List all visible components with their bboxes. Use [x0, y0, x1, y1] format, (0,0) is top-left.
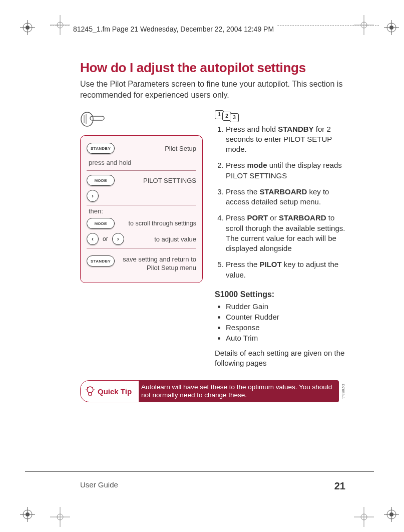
panel-label: press and hold: [89, 159, 131, 166]
starboard-arrow-icon: ›: [87, 190, 99, 202]
settings-note: Details of each setting are given on the…: [215, 348, 345, 369]
panel-label: save setting and return to Pilot Setup m…: [119, 255, 196, 273]
crop-corner-icon: [50, 507, 70, 527]
standby-button-icon: STANDBY: [87, 255, 115, 267]
step-item: Press PORT or STARBOARD to scroll thorug…: [226, 213, 345, 253]
settings-heading: S1000 Settings:: [215, 290, 345, 299]
standby-button-icon: STANDBY: [87, 143, 115, 154]
panel-label: PILOT SETTINGS: [143, 177, 196, 184]
lightbulb-icon: [86, 386, 95, 397]
list-item: Response: [226, 322, 345, 333]
list-item: Rudder Gain: [226, 301, 345, 312]
intro-text: Use the Pilot Parameters screen to fine …: [80, 79, 345, 100]
running-header: 81245_1.fm Page 21 Wednesday, December 2…: [70, 24, 277, 34]
crop-mark-icon: [20, 507, 35, 522]
panel-label: or: [103, 235, 108, 242]
crop-corner-icon: [354, 507, 374, 527]
step-item: Press mode until the display reads PILOT…: [226, 160, 345, 181]
list-item: Counter Rudder: [226, 312, 345, 322]
page-footer: User Guide 21: [80, 480, 345, 492]
step-item: Press and hold STANDBY for 2 seconds to …: [226, 124, 345, 155]
port-arrow-icon: ‹: [87, 233, 99, 245]
footer-left: User Guide: [80, 480, 118, 492]
svg-rect-33: [89, 393, 92, 395]
quick-tip-label: Quick Tip: [80, 380, 139, 402]
panel-label: Pilot Setup: [165, 145, 196, 152]
svg-point-32: [87, 387, 93, 393]
steps-list: Press and hold STANDBY for 2 seconds to …: [215, 124, 345, 280]
step-num: 3: [230, 113, 239, 122]
pointing-hand-icon: [80, 109, 203, 131]
starboard-arrow-icon: ›: [112, 233, 124, 245]
diagram-code: D7653-1: [339, 384, 345, 399]
footer-rule: [25, 471, 374, 472]
crop-mark-icon: [384, 20, 399, 35]
mode-button-icon: MODE: [87, 175, 115, 186]
svg-point-28: [81, 112, 93, 126]
step-item: Press the PILOT key to adjust the value.: [226, 259, 345, 280]
panel-label: to adjust value: [154, 235, 196, 243]
svg-line-35: [93, 387, 94, 388]
page-number: 21: [334, 480, 345, 492]
mode-button-icon: MODE: [87, 218, 115, 229]
settings-list: Rudder Gain Counter Rudder Response Auto…: [215, 301, 345, 343]
quick-tip-text: Quick Tip: [98, 387, 132, 396]
page-title: How do I adjust the autopilot settings: [80, 60, 345, 76]
quick-tip: Quick Tip Autolearn will have set these …: [80, 380, 345, 402]
crop-mark-icon: [384, 507, 399, 522]
steps-badge-icon: 1 2 3: [215, 110, 237, 119]
panel-label: then:: [89, 207, 196, 215]
svg-line-34: [87, 387, 88, 388]
svg-rect-29: [90, 116, 104, 120]
instruction-panel: STANDBY Pilot Setup press and hold MODE …: [80, 135, 203, 283]
quick-tip-body: Autolearn will have set these to the opt…: [135, 380, 339, 402]
panel-label: to scroll through settings: [129, 220, 197, 227]
list-item: Auto Trim: [226, 333, 345, 343]
crop-mark-icon: [20, 20, 35, 35]
step-item: Press the STARBOARD key to access detail…: [226, 187, 345, 207]
